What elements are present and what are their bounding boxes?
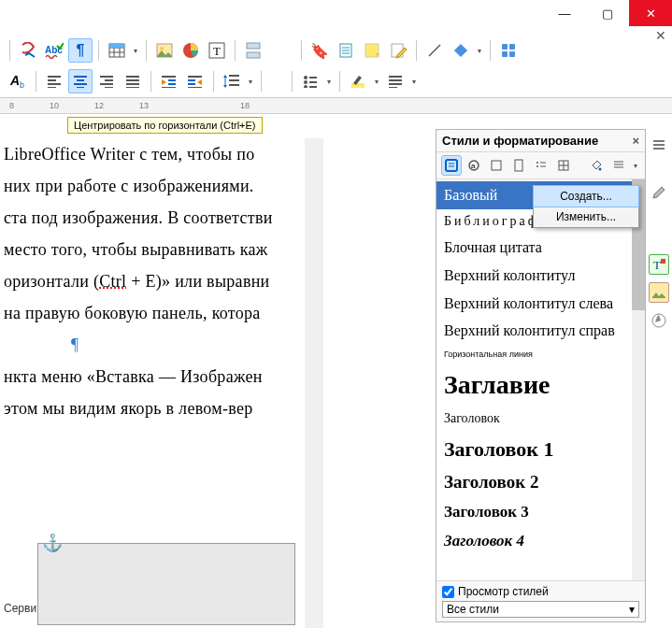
context-create[interactable]: Создать... [533,185,639,207]
align-center-button[interactable] [68,69,93,93]
svg-point-57 [304,80,307,84]
frame-styles-tab[interactable] [486,155,507,176]
svg-rect-18 [365,44,379,57]
style-row[interactable]: Заголовок 4 [436,527,645,556]
svg-line-20 [429,45,440,56]
font-color-button[interactable]: Ab [6,69,30,93]
preview-checkbox[interactable]: Просмотр стилей [442,585,639,598]
sidebar-gallery-icon[interactable] [649,282,669,303]
ruler-tick: 13 [139,101,149,110]
svg-text:T: T [213,44,221,58]
highlight-button[interactable] [346,69,370,93]
ruler-tick: 12 [94,101,104,110]
autocheck-icon[interactable]: Abc [42,38,66,63]
list-styles-tab[interactable] [531,155,551,176]
style-row[interactable]: Верхний колонтитул справ [436,317,645,345]
svg-rect-89 [661,259,665,264]
sidebar-properties-icon[interactable] [649,181,669,202]
close-button[interactable]: ✕ [629,0,672,26]
minimize-button[interactable]: — [543,0,586,26]
svg-rect-62 [351,83,365,88]
svg-text:b: b [20,80,24,90]
close-doc-button[interactable]: ✕ [655,28,666,43]
svg-rect-73 [515,160,522,171]
svg-rect-22 [502,44,508,50]
doc-line[interactable]: них при работе с изображениями. [0,170,305,202]
doc-line[interactable]: нкта меню «Вставка — Изображен [0,361,305,392]
ruler[interactable]: 8 10 12 13 18 [0,97,672,114]
ruler-tick: 18 [240,101,250,110]
doc-line[interactable]: ста под изображения. В соответстви [0,202,305,234]
sidebar-styles-icon[interactable]: T [649,254,669,275]
style-row[interactable]: Заглавие [436,364,645,407]
maximize-button[interactable]: ▢ [586,0,629,26]
svg-rect-21 [454,44,467,57]
paragraph-styles-tab[interactable] [441,155,462,176]
svg-rect-67 [446,160,457,171]
doc-line[interactable]: оризонтали (Ctrl + E)» или выравни [0,265,305,297]
style-row[interactable]: Заголовок [436,407,645,432]
doc-line[interactable]: LibreOffice Writer с тем, чтобы по [0,138,305,170]
edit-doc-button[interactable] [386,38,410,63]
svg-rect-13 [247,52,260,58]
style-row[interactable]: Горизонтальная линия [436,345,645,364]
pilcrow-button[interactable]: ¶ [68,38,93,63]
svg-point-75 [536,165,538,167]
style-row[interactable]: Верхний колонтитул слева [436,290,645,318]
context-modify[interactable]: Изменить... [534,207,638,227]
align-left-button[interactable] [42,69,66,93]
style-row[interactable]: Заголовок 2 [436,466,645,498]
page-styles-tab[interactable] [508,155,529,176]
fill-format-button[interactable] [586,155,607,176]
filter-select[interactable]: Все стили▾ [442,601,639,618]
textbox-button[interactable]: T [205,38,229,63]
paragraph-opts-button[interactable] [383,69,407,93]
sticky-note-button[interactable] [360,38,384,63]
align-right-button[interactable] [94,69,119,93]
svg-point-56 [304,76,307,79]
document-area[interactable]: LibreOffice Writer с тем, чтобы по них п… [0,138,305,628]
doc-line[interactable]: на правую боковую панель, котора [0,297,305,329]
chart-button[interactable] [179,38,203,63]
svg-text:A: A [9,73,20,88]
doc-line[interactable]: место того, чтобы выравнивать каж [0,234,305,265]
panel-close-button[interactable]: × [632,134,639,148]
doc-line[interactable]: ¶ [0,329,305,361]
table-styles-tab[interactable] [553,155,574,176]
new-style-button[interactable] [608,155,629,176]
table-button[interactable] [105,38,129,63]
style-row[interactable]: Верхний колонтитул [436,262,645,290]
svg-point-8 [160,47,164,50]
svg-rect-6 [109,44,124,48]
sidebar-navigator-icon[interactable] [649,310,669,331]
bullets-button[interactable] [298,69,322,93]
shape-button[interactable] [449,38,473,63]
style-row[interactable]: Заголовок 3 [436,498,645,527]
status-fragment: Серви [4,602,36,615]
pagebreak-button[interactable] [241,38,265,63]
line-button[interactable] [422,38,447,63]
anchor-icon[interactable]: ⚓ [42,533,63,553]
ruler-tick: 8 [9,101,14,110]
style-row[interactable]: Блочная цитата [436,234,645,262]
image-frame[interactable]: ⚓ [37,543,295,625]
indent-decrease-button[interactable] [183,69,207,93]
field-button[interactable] [334,38,358,63]
bookmark-button[interactable]: 🔖 [307,38,332,63]
line-spacing-button[interactable] [220,69,244,93]
svg-rect-25 [509,51,515,57]
align-justify-button[interactable] [121,69,145,93]
context-menu: Создать... Изменить... [533,185,639,228]
style-row[interactable]: Заголовок 1 [436,432,645,467]
style-list[interactable]: БазовыйБиблиографияБлочная цитатаВерхний… [436,179,645,580]
image-button[interactable] [152,38,177,63]
preview-checkbox-input[interactable] [442,586,454,598]
char-styles-tab[interactable]: a [464,155,484,176]
doc-line[interactable]: этом мы видим якорь в левом-вер [0,392,305,424]
spellcheck-icon[interactable] [16,38,40,63]
sidebar-settings-icon[interactable] [649,135,669,155]
indent-increase-button[interactable] [157,69,181,93]
svg-text:a: a [471,162,476,170]
titlebar: — ▢ ✕ [0,0,672,26]
grid-button[interactable] [496,38,521,63]
